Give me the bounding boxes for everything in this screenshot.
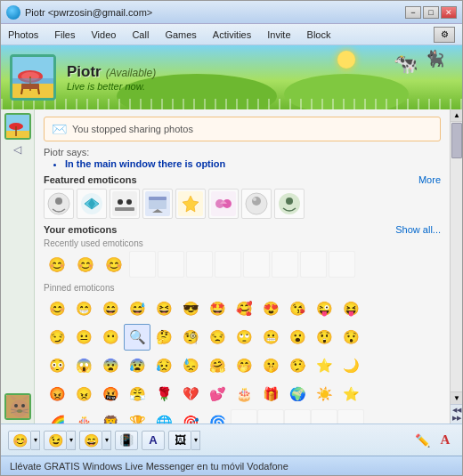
menu-block[interactable]: Block [307,29,331,40]
pin-20[interactable]: 😬 [257,324,284,351]
feat-emo-2[interactable] [110,189,140,219]
feat-emo-7[interactable] [274,189,305,219]
menu-files[interactable]: Files [54,29,75,40]
pin-36[interactable]: 😡 [44,381,70,407]
recent-emo-2[interactable]: 😊 [101,251,127,278]
feat-emo-0[interactable] [44,189,74,219]
pin-33[interactable]: 🤥 [284,352,311,379]
pin-26[interactable]: 😨 [97,352,124,379]
pin-15[interactable]: 🔍 [124,324,150,351]
pin-51[interactable]: 🏆 [124,409,150,424]
pin-34[interactable]: ⭐ [311,352,337,379]
pin-42[interactable]: 💕 [204,381,231,407]
recent-emo-0[interactable]: 😊 [44,251,70,278]
pin-4[interactable]: 😆 [150,295,177,322]
pin-8[interactable]: 😍 [257,295,284,322]
pin-29[interactable]: 😓 [177,352,204,379]
feat-emo-4[interactable] [175,189,206,219]
expand-collapse-btn[interactable]: ◀◀ ▶▶ [451,404,462,424]
menu-photos[interactable]: Photos [8,29,38,40]
pin-17[interactable]: 🧐 [177,324,204,351]
pin-39[interactable]: 😤 [124,381,150,407]
menu-call[interactable]: Call [132,29,149,40]
pin-16[interactable]: 🤔 [150,324,177,351]
pin-28[interactable]: 😥 [150,352,177,379]
scroll-up-btn[interactable]: ▲ [451,109,462,122]
pin-47[interactable]: ⭐ [337,381,364,407]
close-button[interactable]: ✕ [441,6,457,19]
pin-48[interactable]: 🌈 [44,409,70,424]
pin-25[interactable]: 😱 [70,352,97,379]
background-button[interactable]: 🖼 [168,431,191,450]
pin-31[interactable]: 🤭 [231,352,257,379]
recent-emo-1[interactable]: 😊 [72,251,99,278]
pin-37[interactable]: 😠 [70,381,97,407]
menu-games[interactable]: Games [165,29,196,40]
pin-3[interactable]: 😅 [124,295,150,322]
pencil-icon-button[interactable]: ✏️ [412,431,432,450]
minimize-button[interactable]: − [405,6,421,19]
pin-49[interactable]: 🎂 [70,409,97,424]
pin-6[interactable]: 🤩 [204,295,231,322]
pin-53[interactable]: 🎯 [177,409,204,424]
pin-24[interactable]: 😳 [44,352,70,379]
pin-40[interactable]: 🌹 [150,381,177,407]
pin-30[interactable]: 🤗 [204,352,231,379]
pin-2[interactable]: 😄 [97,295,124,322]
pin-9[interactable]: 😘 [284,295,311,322]
wink-button[interactable]: 😉 [44,431,67,450]
pin-46[interactable]: ☀️ [311,381,337,407]
pin-23[interactable]: 😯 [337,324,364,351]
feat-emo-3[interactable] [142,189,173,219]
feat-emo-1[interactable] [77,189,107,219]
pin-45[interactable]: 🌍 [284,381,311,407]
pin-21[interactable]: 😮 [284,324,311,351]
pin-41[interactable]: 💔 [177,381,204,407]
pin-38[interactable]: 🤬 [97,381,124,407]
text-format-button[interactable]: A [435,431,455,450]
feat-emo-5[interactable] [208,189,239,219]
show-all-link[interactable]: Show all... [395,224,441,235]
pin-0[interactable]: 😊 [44,295,70,322]
font-button[interactable]: A [142,431,165,450]
scroll-thumb[interactable] [451,123,462,158]
pin-14[interactable]: 😶 [97,324,124,351]
pin-10[interactable]: 😜 [311,295,337,322]
more-link[interactable]: More [418,174,441,185]
extra-button[interactable]: 😄 [79,431,102,450]
pin-35[interactable]: 🌙 [337,352,364,379]
pin-43[interactable]: 🎂 [231,381,257,407]
menu-activities[interactable]: Activities [213,29,251,40]
emoticon-insert-button[interactable]: 😊 [8,431,31,450]
sidebar-photo-1[interactable] [4,113,31,140]
emoticon-dropdown-arrow[interactable]: ▾ [31,431,40,450]
pin-32[interactable]: 🤫 [257,352,284,379]
pin-18[interactable]: 😒 [204,324,231,351]
pin-27[interactable]: 😰 [124,352,150,379]
pin-7[interactable]: 🥰 [231,295,257,322]
pin-44[interactable]: 🎁 [257,381,284,407]
extra-dropdown-arrow[interactable]: ▾ [102,431,111,450]
pin-22[interactable]: 😲 [311,324,337,351]
pin-13[interactable]: 😐 [70,324,97,351]
menu-video[interactable]: Video [91,29,116,40]
bg-dropdown-arrow[interactable]: ▾ [191,431,200,450]
maximize-button[interactable]: □ [423,6,439,19]
pin-19[interactable]: 🙄 [231,324,257,351]
menu-invite[interactable]: Invite [267,29,290,40]
scroll-down-btn[interactable]: ▼ [451,391,462,404]
pin-52[interactable]: 🌐 [150,409,177,424]
nudge-button[interactable]: 📳 [115,431,138,450]
expand-left-btn[interactable]: ◁ [13,145,22,154]
menu-options-button[interactable]: ⚙ [434,27,455,43]
pin-11[interactable]: 😝 [337,295,364,322]
pin-1[interactable]: 😁 [70,295,97,322]
feat-emo-6[interactable] [241,189,272,219]
pin-54[interactable]: 🌀 [204,409,231,424]
pin-12[interactable]: 😏 [44,324,70,351]
profile-picture[interactable] [10,54,56,101]
sidebar-photo-2[interactable] [4,393,31,420]
wink-dropdown-arrow[interactable]: ▾ [67,431,76,450]
pin-50[interactable]: 🦁 [97,409,124,424]
pin-5[interactable]: 😎 [177,295,204,322]
